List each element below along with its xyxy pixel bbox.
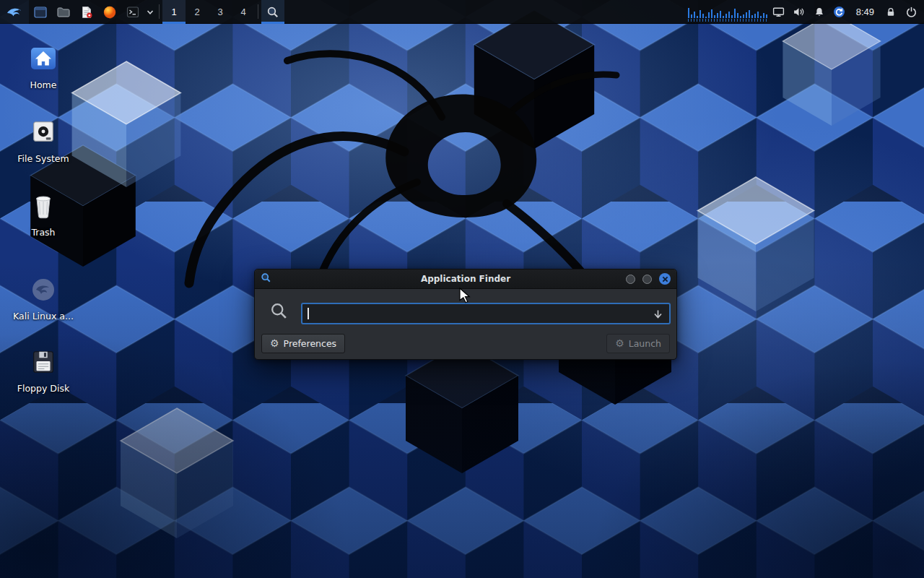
kali-logo-icon	[6, 4, 23, 20]
text-editor-icon	[79, 5, 94, 20]
gear-icon: ⚙	[270, 338, 279, 348]
workspace-button-3[interactable]: 3	[209, 0, 232, 24]
lock-icon	[885, 7, 897, 18]
notifications-tray-button[interactable]	[809, 0, 829, 24]
search-icon	[269, 301, 289, 324]
kali-docs-icon	[7, 273, 79, 306]
text-editor-launcher[interactable]	[75, 0, 98, 24]
desktop-icon-home[interactable]: Home	[7, 42, 79, 90]
close-button[interactable]	[659, 273, 671, 285]
text-caret	[308, 308, 309, 319]
firefox-launcher[interactable]	[98, 0, 121, 24]
maximize-button[interactable]	[642, 275, 652, 284]
launch-label: Launch	[629, 338, 661, 349]
lock-tray-button[interactable]	[881, 0, 901, 24]
search-input[interactable]	[301, 303, 671, 324]
desktop-icon-label: Floppy Disk	[7, 383, 79, 394]
volume-icon	[793, 6, 805, 18]
desktop-icon-floppy-disk[interactable]: Floppy Disk	[7, 345, 79, 394]
desktop-icon-kali-docs[interactable]: Kali Linux a...	[7, 273, 79, 322]
clock[interactable]: 8:49	[850, 0, 881, 24]
launch-icon: ⚙	[615, 338, 624, 348]
panel-spacer	[284, 0, 687, 23]
top-panel: 1 2 3 4	[0, 0, 924, 24]
preferences-label: Preferences	[284, 338, 337, 349]
workspace-button-1[interactable]: 1	[162, 0, 186, 24]
terminal-launcher[interactable]	[121, 0, 144, 24]
titlebar[interactable]: Application Finder	[255, 269, 676, 289]
appfinder-launcher[interactable]	[261, 0, 284, 24]
file-manager-icon	[33, 5, 48, 20]
panel-separator	[159, 4, 160, 19]
dialog-body: ⚙ Preferences ⚙ Launch	[255, 289, 676, 360]
close-icon	[662, 276, 668, 282]
application-finder-window: Application Finder	[254, 269, 677, 360]
trash-icon	[7, 189, 79, 223]
terminal-icon	[126, 5, 140, 20]
volume-tray-button[interactable]	[789, 0, 809, 24]
launch-button[interactable]: ⚙ Launch	[606, 334, 670, 353]
sync-icon	[833, 6, 845, 18]
updates-tray-button[interactable]	[829, 0, 850, 24]
minimize-button[interactable]	[626, 275, 635, 284]
display-icon	[772, 6, 785, 18]
home-icon	[7, 42, 79, 75]
dialog-button-row: ⚙ Preferences ⚙ Launch	[255, 333, 676, 353]
firefox-icon	[103, 5, 117, 20]
panel-separator	[258, 4, 258, 19]
desktop-icon-file-system[interactable]: File System	[7, 116, 79, 164]
window-title: Application Finder	[255, 274, 676, 284]
power-icon	[905, 6, 918, 18]
preferences-button[interactable]: ⚙ Preferences	[261, 334, 345, 353]
folder-icon	[56, 5, 71, 20]
workspace-button-2[interactable]: 2	[186, 0, 209, 24]
chevron-down-icon	[147, 9, 154, 16]
desktop-icon-label: Trash	[7, 227, 79, 238]
file-system-icon	[7, 116, 79, 149]
desktop: 1 2 3 4	[0, 0, 924, 578]
power-tray-button[interactable]	[901, 0, 921, 24]
desktop-icon-label: Kali Linux a...	[7, 311, 79, 322]
search-icon	[266, 6, 279, 19]
audio-visualizer-ticks	[688, 19, 767, 22]
desktop-icon-trash[interactable]: Trash	[7, 189, 79, 238]
kali-menu-button[interactable]	[0, 0, 29, 24]
floppy-disk-icon	[7, 345, 79, 379]
entry-dropdown-icon[interactable]	[653, 309, 663, 322]
workspace-button-4[interactable]: 4	[232, 0, 255, 24]
desktop-icon-label: Home	[7, 79, 79, 90]
audio-visualizer-bars	[688, 3, 767, 18]
desktop-icon-label: File System	[7, 153, 79, 164]
files-folder-launcher[interactable]	[52, 0, 75, 24]
display-tray-button[interactable]	[769, 0, 789, 24]
audio-visualizer	[687, 0, 769, 24]
file-manager-launcher[interactable]	[29, 0, 52, 24]
appfinder-window-icon	[261, 272, 271, 286]
terminal-dropdown-button[interactable]	[144, 0, 156, 24]
bell-icon	[814, 7, 825, 18]
